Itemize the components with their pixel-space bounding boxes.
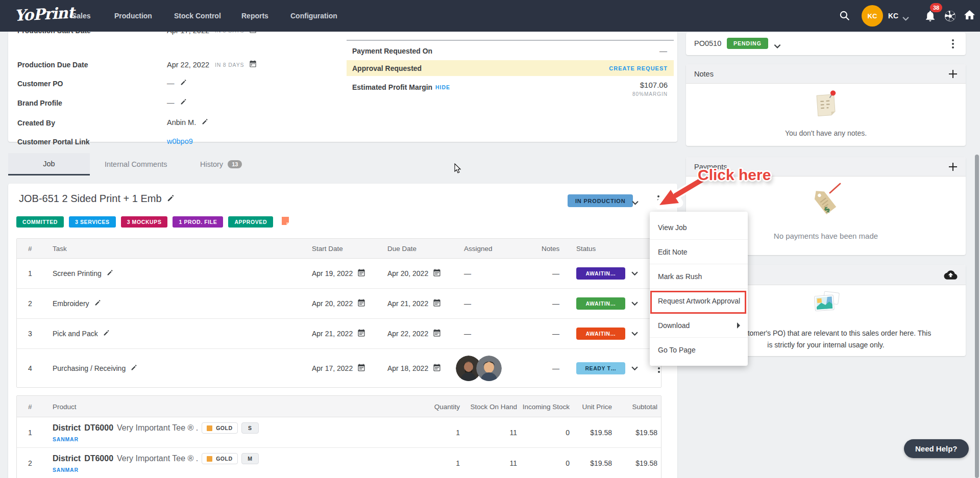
col-assigned: Assigned <box>464 245 493 253</box>
product-table: # Product Quantity Stock On Hand Incomin… <box>16 395 662 478</box>
search-icon[interactable] <box>839 10 850 23</box>
product-brand: District <box>53 423 81 433</box>
badge-mockups[interactable]: 3 MOCKUPS <box>121 216 168 228</box>
color-label: GOLD <box>216 456 232 462</box>
edit-pencil-icon[interactable] <box>103 330 110 338</box>
need-help-button[interactable]: Need Help? <box>904 439 969 458</box>
edit-pencil-icon[interactable] <box>94 299 101 308</box>
calendar-icon[interactable] <box>250 60 256 69</box>
product-table-header: # Product Quantity Stock On Hand Incomin… <box>17 396 661 417</box>
menu-item-go-to-page[interactable]: Go To Page <box>650 338 748 362</box>
badge-approved[interactable]: APPROVED <box>228 216 273 228</box>
product-size-chip[interactable]: M <box>241 453 259 464</box>
edit-pencil-icon[interactable] <box>107 269 113 278</box>
add-payment-button[interactable] <box>948 162 958 173</box>
task-status-chip[interactable]: AWAITIN… <box>576 328 625 340</box>
task-assigned: — <box>464 299 471 308</box>
job-context-menu: View Job Edit Note Mark as Rush Request … <box>650 212 748 366</box>
calendar-icon[interactable] <box>358 269 365 278</box>
profit-margin-label: Estimated Profit Margin <box>352 83 432 91</box>
task-status-chevron-icon[interactable] <box>631 366 638 370</box>
badge-prod-file[interactable]: 1 PROD. FILE <box>173 216 223 228</box>
task-assigned: — <box>464 330 471 338</box>
hide-toggle[interactable]: HIDE <box>435 84 450 90</box>
badge-services[interactable]: 3 SERVICES <box>69 216 116 228</box>
calendar-icon[interactable] <box>433 299 440 308</box>
nav-item-configuration[interactable]: Configuration <box>290 0 337 32</box>
profit-margin-sub: 80%MARGIN <box>519 91 668 97</box>
task-row: 2 Embroidery Apr 20, 2022 Apr 21, 2022 —… <box>17 289 661 319</box>
edit-pencil-icon[interactable] <box>131 364 137 372</box>
task-status-chevron-icon[interactable] <box>631 271 638 276</box>
task-status-chip[interactable]: AWAITIN… <box>576 297 625 310</box>
edit-pencil-icon[interactable] <box>202 118 208 127</box>
col-num: # <box>28 402 32 410</box>
tab-history[interactable]: History 13 <box>200 153 242 175</box>
job-title: JOB-651 2 Sided Print + 1 Emb <box>19 193 162 205</box>
notes-title: Notes <box>694 70 714 78</box>
vertical-scrollbar[interactable] <box>975 155 979 478</box>
calendar-icon[interactable] <box>433 364 440 373</box>
product-size-chip[interactable]: S <box>241 422 259 434</box>
edit-pencil-icon[interactable] <box>180 79 187 87</box>
nav-item-sales[interactable]: Sales <box>72 0 91 32</box>
job-status-chip[interactable]: IN PRODUCTION <box>568 194 633 207</box>
task-table: # Task Start Date Due Date Assigned Note… <box>16 238 662 388</box>
product-color-chip[interactable]: GOLD <box>202 453 237 464</box>
home-icon[interactable] <box>964 10 975 22</box>
click-here-annotation: Click here <box>698 166 771 184</box>
menu-item-edit-note[interactable]: Edit Note <box>650 240 748 264</box>
assigned-avatars[interactable] <box>456 356 502 381</box>
po-chevron-down-icon[interactable] <box>774 41 781 51</box>
upload-cloud-icon[interactable] <box>944 270 958 282</box>
menu-item-view-job[interactable]: View Job <box>650 215 748 240</box>
calendar-icon[interactable] <box>433 329 440 338</box>
menu-item-mark-as-rush[interactable]: Mark as Rush <box>650 264 748 289</box>
notification-count-badge: 38 <box>930 3 942 12</box>
task-row: 1 Screen Printing Apr 19, 2022 Apr 20, 2… <box>17 259 661 289</box>
mouse-cursor <box>454 163 462 176</box>
vendor-link[interactable]: SANMAR <box>53 436 259 442</box>
product-color-chip[interactable]: GOLD <box>202 422 237 434</box>
edit-pencil-icon[interactable] <box>180 98 187 107</box>
user-avatar[interactable]: KC <box>862 5 883 27</box>
field-value: Anbin M. <box>167 118 196 127</box>
task-name: Pick and Pack <box>53 330 98 338</box>
customer-portal-link[interactable]: w0bpo9 <box>167 137 193 145</box>
po-status-badge[interactable]: PENDING <box>727 38 768 49</box>
yoprint-logo[interactable]: YoPrint <box>14 4 75 24</box>
task-due-date: Apr 22, 2022 <box>387 330 428 338</box>
product-sku[interactable]: DT6000 <box>84 454 113 463</box>
aperture-icon[interactable] <box>944 10 956 24</box>
task-status-chevron-icon[interactable] <box>631 332 638 336</box>
create-request-link[interactable]: CREATE REQUEST <box>609 65 668 71</box>
badge-committed[interactable]: COMMITTED <box>16 216 64 228</box>
calendar-icon[interactable] <box>358 299 365 308</box>
calendar-icon[interactable] <box>433 269 440 278</box>
note-doc-icon[interactable] <box>280 216 290 228</box>
task-notes: — <box>552 330 559 338</box>
menu-item-download[interactable]: Download <box>650 313 748 338</box>
calendar-icon[interactable] <box>358 329 365 338</box>
user-chevron-down-icon[interactable] <box>902 14 909 23</box>
nav-item-production[interactable]: Production <box>114 0 152 32</box>
col-due: Due Date <box>387 245 416 253</box>
nav-item-reports[interactable]: Reports <box>241 0 268 32</box>
add-note-button[interactable] <box>948 69 958 81</box>
task-status-chevron-icon[interactable] <box>631 301 638 306</box>
vendor-link[interactable]: SANMAR <box>53 467 259 473</box>
task-status-chip[interactable]: READY T… <box>576 362 625 374</box>
tab-job[interactable]: Job <box>8 153 90 175</box>
nav-item-stock-control[interactable]: Stock Control <box>174 0 221 32</box>
product-sku[interactable]: DT6000 <box>84 423 113 433</box>
calendar-icon[interactable] <box>358 364 365 373</box>
col-num: # <box>28 245 32 253</box>
menu-item-request-artwork-approval[interactable]: Request Artwork Approval <box>650 289 748 313</box>
product-row: 2 District DT6000 Very Important Tee ® .… <box>17 448 661 478</box>
tab-internal-comments[interactable]: Internal Comments <box>105 153 167 175</box>
edit-pencil-icon[interactable] <box>167 193 175 205</box>
task-status-chip[interactable]: AWAITIN… <box>576 267 625 280</box>
notifications-bell-icon[interactable] <box>925 10 936 24</box>
status-chevron-down-icon[interactable] <box>632 198 639 207</box>
po-kebab-menu-icon[interactable] <box>952 39 954 51</box>
